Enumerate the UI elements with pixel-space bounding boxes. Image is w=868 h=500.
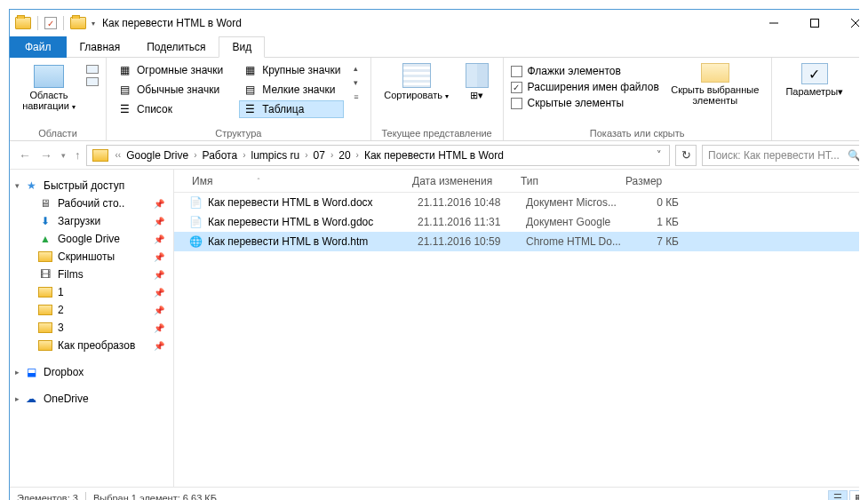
tab-view[interactable]: Вид xyxy=(219,36,265,58)
navigation-pane-button[interactable]: Область навигации ▾ xyxy=(17,61,81,113)
sort-button[interactable]: Сортировать▾ xyxy=(378,61,455,102)
chevron-icon[interactable]: ‹‹ xyxy=(112,150,125,160)
chevron-icon[interactable]: › xyxy=(353,150,362,160)
checkbox-icon: ✓ xyxy=(511,82,522,93)
sidebar-item-label: 2 xyxy=(58,304,64,316)
file-row[interactable]: 🌐Как перевести HTML в Word.htm21.11.2016… xyxy=(174,232,859,251)
folder-icon xyxy=(38,322,52,333)
column-date[interactable]: Дата изменения xyxy=(403,175,512,187)
file-row[interactable]: 📄Как перевести HTML в Word.docx21.11.201… xyxy=(174,193,859,212)
layout-small-icons[interactable]: ▤Мелкие значки xyxy=(239,81,344,99)
group-label: Структура xyxy=(114,126,363,139)
checkbox-hidden-items[interactable]: Скрытые элементы xyxy=(511,97,659,109)
group-label: Области xyxy=(17,126,99,139)
layout-scroll-up[interactable]: ▴ xyxy=(349,61,362,75)
qat-properties-button[interactable]: ✓ xyxy=(44,17,57,29)
window-title: Как перевести HTML в Word xyxy=(102,17,242,29)
forward-button[interactable]: → xyxy=(40,148,52,163)
group-label: Текущее представление xyxy=(378,126,496,139)
sidebar-item[interactable]: Скриншоты📌 xyxy=(13,248,173,266)
sidebar-item[interactable]: ⬇Загрузки📌 xyxy=(13,212,173,230)
qat-new-folder-button[interactable] xyxy=(70,17,86,29)
crumb[interactable]: Работа xyxy=(201,147,240,163)
layout-list[interactable]: ☰Список xyxy=(114,100,227,118)
sidebar-item[interactable]: 🖥Рабочий сто..📌 xyxy=(13,194,173,212)
sidebar-item[interactable]: 1📌 xyxy=(13,283,173,301)
tab-file[interactable]: Файл xyxy=(10,36,67,58)
refresh-button[interactable]: ↻ xyxy=(675,145,697,166)
sidebar-item[interactable]: ▲Google Drive📌 xyxy=(13,230,173,248)
qat-dropdown[interactable]: ▾ xyxy=(92,20,95,28)
checkbox-file-extensions[interactable]: ✓Расширения имен файлов xyxy=(511,81,659,93)
close-button[interactable] xyxy=(835,10,859,36)
sidebar-item[interactable]: Как преобразов📌 xyxy=(13,337,173,354)
column-headers: Имяˆ Дата изменения Тип Размер xyxy=(174,170,859,193)
view-details-button[interactable]: ☰ xyxy=(828,490,848,501)
file-row[interactable]: 📄Как перевести HTML в Word.gdoc21.11.201… xyxy=(174,212,859,232)
folder-icon xyxy=(38,305,52,315)
maximize-button[interactable] xyxy=(794,10,835,36)
sidebar-item-label: Загрузки xyxy=(58,215,100,227)
back-button[interactable]: ← xyxy=(19,148,31,163)
chevron-icon[interactable]: › xyxy=(327,150,337,160)
file-date: 21.11.2016 10:59 xyxy=(418,235,526,248)
chevron-down-icon[interactable]: ▾ xyxy=(15,181,20,190)
up-button[interactable]: ↑ xyxy=(75,148,81,162)
sidebar-item[interactable]: 3📌 xyxy=(13,319,173,337)
crumb[interactable]: lumpics ru xyxy=(250,147,302,163)
app-icon[interactable] xyxy=(15,17,31,29)
columns-button[interactable]: ⊞▾ xyxy=(458,61,496,100)
hide-selected-button[interactable]: Скрыть выбранные элементы xyxy=(666,61,764,106)
tab-home[interactable]: Главная xyxy=(67,36,134,58)
titlebar: ✓ ▾ Как перевести HTML в Word xyxy=(10,10,859,36)
sidebar-item[interactable]: 🎞Films📌 xyxy=(13,266,173,283)
crumb[interactable]: Google Drive xyxy=(124,147,190,163)
chevron-icon[interactable]: › xyxy=(301,150,311,160)
chevron-right-icon[interactable]: ▸ xyxy=(15,368,20,377)
layout-huge-icons[interactable]: ▦Огромные значки xyxy=(114,61,227,79)
layout-scroll-down[interactable]: ▾ xyxy=(349,75,362,90)
status-item-count: Элементов: 3 xyxy=(17,493,78,501)
sidebar-item-label: Films xyxy=(58,268,84,281)
column-type[interactable]: Тип xyxy=(512,175,617,187)
layout-normal-icons[interactable]: ▤Обычные значки xyxy=(114,81,227,99)
address-bar: ← → ▾ ↑ ‹‹ Google Drive› Работа› lumpics… xyxy=(10,141,859,170)
preview-pane-button[interactable] xyxy=(86,65,99,74)
sidebar-onedrive[interactable]: ▸☁OneDrive xyxy=(13,390,173,408)
layout-more[interactable]: ≡ xyxy=(349,90,362,104)
layout-table[interactable]: ☰Таблица xyxy=(239,100,344,118)
column-size[interactable]: Размер xyxy=(617,175,679,187)
file-size: 7 КБ xyxy=(631,235,679,248)
address-dropdown[interactable]: ˅ xyxy=(657,149,662,161)
options-button[interactable]: ✓ Параметры▾ xyxy=(779,61,850,97)
chevron-right-icon[interactable]: ▸ xyxy=(15,394,20,403)
folder-icon xyxy=(38,287,52,298)
search-input[interactable]: Поиск: Как перевести HT... 🔍 xyxy=(702,145,859,166)
layout-large-icons[interactable]: ▦Крупные значки xyxy=(239,61,344,79)
crumb[interactable]: 07 xyxy=(312,147,327,163)
column-name[interactable]: Имяˆ xyxy=(174,175,403,187)
details-pane-button[interactable] xyxy=(86,77,99,86)
breadcrumb-bar[interactable]: ‹‹ Google Drive› Работа› lumpics ru› 07›… xyxy=(86,145,671,166)
separator xyxy=(63,16,64,30)
folder-icon xyxy=(38,251,52,262)
chevron-icon[interactable]: › xyxy=(239,150,249,160)
hide-icon xyxy=(701,63,729,83)
pin-icon: 📌 xyxy=(154,341,170,351)
sidebar-quick-access[interactable]: ▾★Быстрый доступ xyxy=(13,177,173,194)
crumb[interactable]: 20 xyxy=(337,147,352,163)
tab-share[interactable]: Поделиться xyxy=(133,36,219,58)
chevron-icon[interactable]: › xyxy=(190,150,200,160)
minimize-button[interactable] xyxy=(753,10,794,36)
checkbox-item-checkboxes[interactable]: Флажки элементов xyxy=(511,65,659,77)
history-dropdown[interactable]: ▾ xyxy=(61,151,66,160)
file-type: Chrome HTML Do... xyxy=(526,235,631,248)
search-placeholder: Поиск: Как перевести HT... xyxy=(708,149,840,162)
view-icons-button[interactable]: ▦ xyxy=(849,490,859,501)
sidebar-dropbox[interactable]: ▸⬓Dropbox xyxy=(13,363,173,381)
crumb[interactable]: Как перевести HTML в Word xyxy=(362,147,506,163)
sort-icon xyxy=(402,63,431,88)
sidebar-item[interactable]: 2📌 xyxy=(13,301,173,319)
file-name: Как перевести HTML в Word.gdoc xyxy=(208,216,418,228)
explorer-window: ✓ ▾ Как перевести HTML в Word Файл Главн… xyxy=(9,9,859,500)
